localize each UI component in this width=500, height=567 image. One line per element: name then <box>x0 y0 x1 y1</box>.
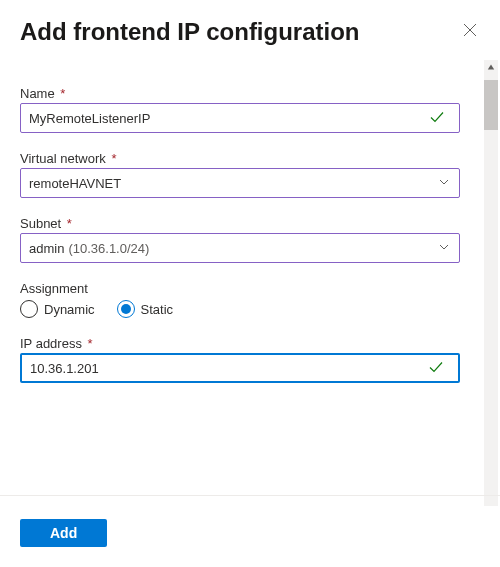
subnet-value: admin (10.36.1.0/24) <box>29 241 149 256</box>
radio-label-dynamic: Dynamic <box>44 302 95 317</box>
name-input-wrap <box>20 103 460 133</box>
subnet-label: Subnet * <box>20 216 460 231</box>
radio-off-icon <box>20 300 38 318</box>
required-asterisk: * <box>67 216 72 231</box>
radio-on-icon <box>117 300 135 318</box>
name-input[interactable] <box>29 111 429 126</box>
vnet-select[interactable]: remoteHAVNET <box>20 168 460 198</box>
ip-input[interactable] <box>30 361 428 376</box>
check-icon <box>429 109 445 128</box>
required-asterisk: * <box>60 86 65 101</box>
radio-label-static: Static <box>141 302 174 317</box>
footer-divider <box>0 495 500 496</box>
subnet-select[interactable]: admin (10.36.1.0/24) <box>20 233 460 263</box>
required-asterisk: * <box>88 336 93 351</box>
ip-input-wrap <box>20 353 460 383</box>
add-button[interactable]: Add <box>20 519 107 547</box>
assignment-static-radio[interactable]: Static <box>117 300 174 318</box>
ip-label: IP address * <box>20 336 460 351</box>
assignment-label: Assignment <box>20 281 460 296</box>
name-label: Name * <box>20 86 460 101</box>
assignment-dynamic-radio[interactable]: Dynamic <box>20 300 95 318</box>
check-icon <box>428 359 444 378</box>
close-button[interactable] <box>458 18 482 45</box>
close-icon <box>462 22 478 41</box>
chevron-down-icon <box>437 175 451 192</box>
vnet-label: Virtual network * <box>20 151 460 166</box>
page-title: Add frontend IP configuration <box>20 18 360 46</box>
chevron-down-icon <box>437 240 451 257</box>
vnet-value: remoteHAVNET <box>29 176 121 191</box>
required-asterisk: * <box>111 151 116 166</box>
